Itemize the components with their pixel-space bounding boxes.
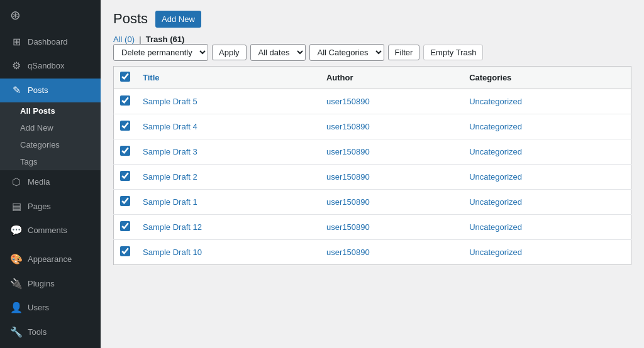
- row-checkbox[interactable]: [120, 196, 130, 206]
- sidebar-item-pages[interactable]: ▤ Pages: [0, 195, 101, 219]
- row-title: Sample Draft 12: [136, 214, 320, 239]
- row-category: Uncategorized: [463, 214, 631, 239]
- row-category: Uncategorized: [463, 189, 631, 214]
- row-checkbox[interactable]: [120, 221, 130, 231]
- row-title: Sample Draft 4: [136, 114, 320, 139]
- row-checkbox-cell: [114, 189, 137, 214]
- author-link[interactable]: user150890: [326, 172, 370, 182]
- sidebar-subitem-categories[interactable]: Categories: [0, 136, 101, 153]
- sidebar-subitem-tags[interactable]: Tags: [0, 153, 101, 170]
- comments-icon: 💬: [10, 224, 23, 237]
- sidebar-item-media[interactable]: ⬡ Media: [0, 170, 101, 194]
- dates-filter-select[interactable]: All dates: [250, 44, 306, 61]
- sidebar-logo: ⊛: [0, 0, 101, 30]
- sidebar-subitem-add-new[interactable]: Add New: [0, 119, 101, 136]
- sidebar-item-plugins[interactable]: 🔌 Plugins: [0, 272, 101, 296]
- row-checkbox[interactable]: [120, 146, 130, 156]
- post-title-link[interactable]: Sample Draft 12: [143, 222, 202, 232]
- posts-icon: ✎: [10, 84, 23, 97]
- appearance-icon: 🎨: [10, 253, 23, 266]
- apply-button[interactable]: Apply: [212, 45, 247, 60]
- table-row: Sample Draft 5 user150890 Uncategorized: [114, 89, 631, 114]
- users-icon: 👤: [10, 301, 23, 315]
- category-link[interactable]: Uncategorized: [469, 197, 522, 207]
- sidebar-item-label: Plugins: [28, 278, 55, 290]
- filter-trash-link[interactable]: Trash (61): [146, 35, 184, 44]
- category-link[interactable]: Uncategorized: [469, 97, 522, 106]
- row-category: Uncategorized: [463, 164, 631, 189]
- sidebar-item-dashboard[interactable]: ⊞ Dashboard: [0, 30, 101, 54]
- row-author: user150890: [320, 189, 463, 214]
- category-link[interactable]: Uncategorized: [469, 172, 522, 182]
- categories-header: Categories: [463, 66, 631, 89]
- filter-all-link[interactable]: All (0): [113, 35, 137, 44]
- sidebar-item-tools[interactable]: 🔧 Tools: [0, 320, 101, 344]
- row-checkbox-cell: [114, 114, 137, 139]
- add-new-button[interactable]: Add New: [155, 11, 201, 28]
- filter-links: All (0) | Trash (61): [113, 35, 626, 44]
- category-link[interactable]: Uncategorized: [469, 247, 522, 257]
- post-title-link[interactable]: Sample Draft 5: [143, 97, 197, 106]
- row-category: Uncategorized: [463, 139, 631, 164]
- sidebar-item-label: Dashboard: [28, 36, 68, 48]
- row-title: Sample Draft 5: [136, 89, 320, 114]
- author-link[interactable]: user150890: [326, 122, 370, 131]
- filter-button[interactable]: Filter: [388, 45, 420, 60]
- post-title-link[interactable]: Sample Draft 10: [143, 247, 202, 257]
- author-link[interactable]: user150890: [326, 147, 370, 156]
- post-title-link[interactable]: Sample Draft 1: [143, 197, 197, 207]
- sidebar-item-comments[interactable]: 💬 Comments: [0, 219, 101, 242]
- post-title-link[interactable]: Sample Draft 2: [143, 172, 197, 182]
- sidebar-item-qsandbox[interactable]: ⚙ qSandbox: [0, 54, 101, 78]
- sidebar-item-label: Pages: [28, 201, 51, 212]
- sidebar-item-label: Comments: [28, 225, 67, 236]
- categories-filter-select[interactable]: All Categories: [309, 44, 384, 61]
- row-author: user150890: [320, 239, 463, 264]
- table-row: Sample Draft 1 user150890 Uncategorized: [114, 189, 631, 214]
- pages-icon: ▤: [10, 200, 23, 214]
- row-checkbox-cell: [114, 239, 137, 264]
- sidebar-item-settings[interactable]: ⚙ Settings: [0, 344, 101, 348]
- row-category: Uncategorized: [463, 89, 631, 114]
- row-checkbox[interactable]: [120, 171, 130, 181]
- page-title: Posts: [113, 10, 148, 28]
- empty-trash-button[interactable]: Empty Trash: [423, 45, 483, 60]
- row-checkbox[interactable]: [120, 95, 130, 106]
- page-header: Posts Add New: [113, 10, 631, 28]
- row-title: Sample Draft 2: [136, 164, 320, 189]
- row-checkbox-cell: [114, 164, 137, 189]
- wp-logo-icon: ⊛: [10, 8, 21, 23]
- posts-table: Title Author Categories Sample Draft 5 u…: [113, 66, 631, 265]
- sidebar-item-label: qSandbox: [28, 60, 65, 72]
- author-link[interactable]: user150890: [326, 97, 370, 106]
- bulk-action-select[interactable]: Delete permanently: [113, 44, 208, 61]
- title-header[interactable]: Title: [136, 66, 320, 89]
- sidebar-item-users[interactable]: 👤 Users: [0, 296, 101, 320]
- row-category: Uncategorized: [463, 239, 631, 264]
- sidebar-item-label: Posts: [28, 85, 48, 96]
- row-checkbox[interactable]: [120, 246, 130, 256]
- author-link[interactable]: user150890: [326, 222, 370, 232]
- sidebar-item-label: Media: [28, 177, 50, 188]
- sidebar-item-label: Users: [28, 302, 49, 313]
- category-link[interactable]: Uncategorized: [469, 222, 522, 232]
- tools-icon: 🔧: [10, 325, 23, 339]
- author-link[interactable]: user150890: [326, 247, 370, 257]
- category-link[interactable]: Uncategorized: [469, 122, 522, 131]
- row-author: user150890: [320, 114, 463, 139]
- row-checkbox[interactable]: [120, 121, 130, 131]
- post-title-link[interactable]: Sample Draft 4: [143, 122, 197, 131]
- dashboard-icon: ⊞: [10, 35, 23, 49]
- posts-submenu: All Posts Add New Categories Tags: [0, 102, 101, 170]
- sidebar-item-appearance[interactable]: 🎨 Appearance: [0, 247, 101, 271]
- sidebar-subitem-all-posts[interactable]: All Posts: [0, 102, 101, 119]
- category-link[interactable]: Uncategorized: [469, 147, 522, 156]
- sidebar-item-posts[interactable]: ✎ Posts: [0, 79, 101, 102]
- toolbar: Delete permanently Apply All dates All C…: [113, 44, 631, 61]
- post-title-link[interactable]: Sample Draft 3: [143, 147, 197, 156]
- select-all-checkbox[interactable]: [120, 72, 130, 82]
- table-row: Sample Draft 3 user150890 Uncategorized: [114, 139, 631, 164]
- author-link[interactable]: user150890: [326, 197, 370, 207]
- row-checkbox-cell: [114, 89, 137, 114]
- main-content: Posts Add New All (0) | Trash (61) Delet…: [101, 0, 644, 348]
